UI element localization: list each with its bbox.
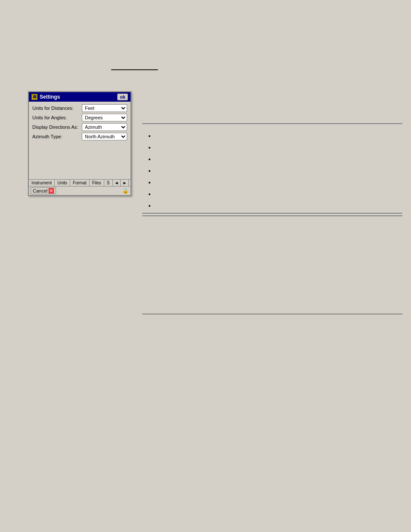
directions-select[interactable]: Azimuth Bearing Quadrant (82, 123, 127, 131)
top-link[interactable]: _______________ (111, 64, 158, 70)
azimuth-label: Azimuth Type: (32, 134, 82, 139)
cancel-button[interactable]: Cancel ✕ (31, 187, 56, 194)
distances-row: Units for Distances: Feet Meters Yards (32, 104, 127, 112)
tab-s[interactable]: S (104, 180, 113, 186)
tab-units[interactable]: Units (55, 180, 70, 186)
dialog-body: Units for Distances: Feet Meters Yards U… (29, 102, 131, 179)
bullet-item-4 (155, 168, 389, 174)
bullet-item-1 (155, 133, 389, 139)
bullet-item-6 (155, 191, 389, 197)
dialog-title: Settings (40, 94, 60, 100)
right-panel-top (142, 123, 402, 214)
angles-label: Units for Angles: (32, 115, 82, 120)
ok-button[interactable]: ok (117, 93, 128, 100)
bullet-list (142, 124, 402, 223)
right-panel-bottom (142, 215, 402, 314)
dialog-icon: 🖼 (31, 94, 37, 100)
dialog-tabs: Instrument Units Format Files S ◄ ► (29, 179, 131, 186)
directions-label: Display Directions As: (32, 124, 82, 130)
angles-row: Units for Angles: Degrees Radians Grads (32, 114, 127, 121)
dialog-spacer (32, 142, 127, 177)
bullet-item-3 (155, 156, 389, 162)
bullet-item-5 (155, 179, 389, 186)
dialog-titlebar: 🖼 Settings ok (29, 92, 131, 102)
bullet-item-7 (155, 202, 389, 209)
tab-next-arrow[interactable]: ► (121, 180, 129, 186)
dialog-footer: Cancel ✕ 🔒 (29, 186, 131, 195)
titlebar-left: 🖼 Settings (31, 94, 60, 100)
tab-files[interactable]: Files (90, 180, 104, 186)
directions-row: Display Directions As: Azimuth Bearing Q… (32, 123, 127, 131)
distances-select[interactable]: Feet Meters Yards (82, 104, 127, 112)
tab-instrument[interactable]: Instrument (29, 180, 55, 186)
azimuth-row: Azimuth Type: North Azimuth South Azimut… (32, 133, 127, 140)
bullet-item-2 (155, 144, 389, 151)
cancel-x-icon: ✕ (49, 188, 54, 193)
tab-prev-arrow[interactable]: ◄ (113, 180, 121, 186)
tab-format[interactable]: Format (70, 180, 90, 186)
lock-icon: 🔒 (122, 187, 129, 194)
distances-label: Units for Distances: (32, 106, 82, 111)
azimuth-select[interactable]: North Azimuth South Azimuth (82, 133, 127, 140)
cancel-label: Cancel (33, 188, 47, 193)
settings-dialog: 🖼 Settings ok Units for Distances: Feet … (28, 91, 131, 196)
angles-select[interactable]: Degrees Radians Grads (82, 114, 127, 121)
